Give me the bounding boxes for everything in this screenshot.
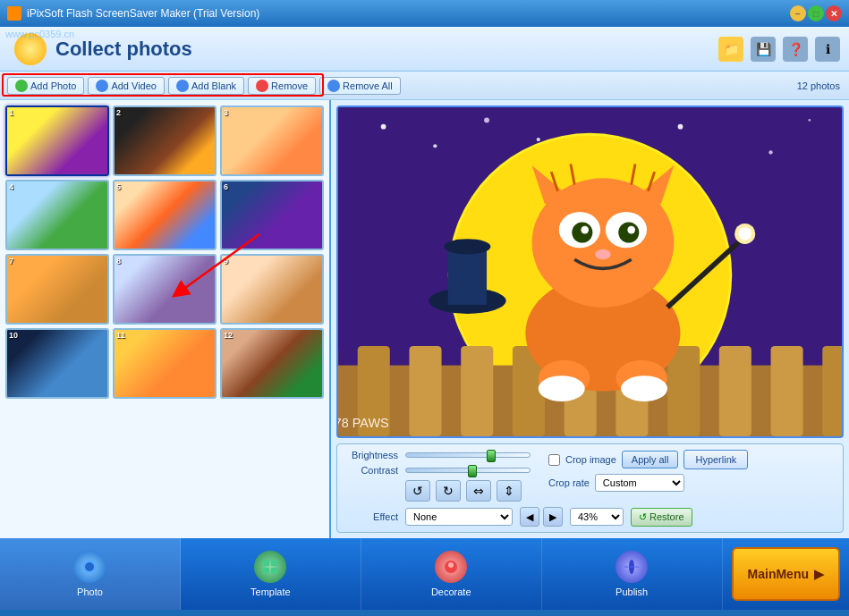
- remove-all-button[interactable]: Remove All: [319, 77, 401, 95]
- photo-thumb-10[interactable]: 10: [5, 328, 109, 399]
- nav-photo[interactable]: Photo: [0, 538, 181, 610]
- effect-next-button[interactable]: ▶: [543, 507, 563, 527]
- add-photo-button[interactable]: Add Photo: [7, 77, 84, 95]
- right-panel: GARFIELD © 1978 PAWS Brightness Contrast: [331, 100, 849, 538]
- add-blank-button[interactable]: Add Blank: [168, 77, 244, 95]
- zoom-select[interactable]: 25% 33% 43% 50% 75% 100%: [570, 508, 624, 526]
- add-photo-icon: [15, 80, 28, 92]
- svg-point-42: [595, 249, 610, 260]
- template-nav-icon: [254, 551, 286, 583]
- svg-rect-21: [409, 346, 441, 436]
- svg-point-7: [484, 118, 489, 123]
- main-content: 1 2 3 4 5 6: [0, 100, 849, 538]
- contrast-slider-track[interactable]: [405, 468, 531, 473]
- contrast-label: Contrast: [344, 465, 398, 476]
- preview-image: GARFIELD © 1978 PAWS: [338, 107, 842, 436]
- photo-thumb-5[interactable]: 5: [113, 180, 216, 250]
- remove-icon: [256, 80, 268, 92]
- garfield-preview-svg: GARFIELD © 1978 PAWS: [338, 107, 842, 436]
- photo-grid: 1 2 3 4 5 6: [5, 105, 324, 399]
- add-blank-icon: [176, 80, 189, 92]
- brightness-label: Brightness: [344, 450, 398, 460]
- close-button[interactable]: ✕: [826, 5, 842, 21]
- app-icon: [7, 6, 21, 21]
- nav-photo-label: Photo: [77, 586, 103, 597]
- svg-rect-60: [263, 560, 269, 566]
- rotate-right-button[interactable]: ↻: [436, 480, 461, 502]
- flip-horizontal-button[interactable]: ⇔: [466, 480, 491, 502]
- crop-rate-select[interactable]: Custom 4:3 16:9 1:1: [595, 474, 684, 492]
- photo-thumb-4[interactable]: 4: [5, 180, 109, 250]
- remove-button[interactable]: Remove: [248, 77, 316, 95]
- crop-rate-label: Crop rate: [548, 477, 590, 488]
- brightness-slider-track[interactable]: [405, 452, 531, 458]
- nav-template-label: Template: [250, 586, 291, 597]
- help-button[interactable]: ❓: [783, 37, 808, 62]
- effect-select[interactable]: None Blur Sharpen Grayscale: [405, 508, 513, 526]
- restore-button[interactable]: ↺ Restore: [631, 508, 692, 527]
- svg-rect-51: [448, 247, 487, 305]
- svg-rect-22: [461, 346, 493, 436]
- photo-thumb-11[interactable]: 11: [113, 328, 216, 399]
- svg-point-6: [433, 144, 437, 148]
- add-video-icon: [96, 80, 108, 92]
- thumb-image-11: [115, 330, 215, 397]
- rotate-left-button[interactable]: ↺: [405, 480, 430, 502]
- crop-rate-row: Crop rate Custom 4:3 16:9 1:1: [548, 474, 836, 492]
- title-bar: iPixSoft Flash ScreenSaver Maker (Trial …: [0, 0, 849, 27]
- svg-point-49: [738, 227, 751, 240]
- window-title: iPixSoft Flash ScreenSaver Maker (Trial …: [27, 7, 259, 20]
- svg-point-9: [678, 124, 683, 130]
- effect-prev-button[interactable]: ◀: [520, 507, 539, 527]
- nav-template[interactable]: Template: [181, 538, 361, 610]
- nav-decorate-label: Decorate: [431, 586, 471, 597]
- photo-thumb-7[interactable]: 7: [5, 254, 109, 325]
- svg-rect-27: [719, 346, 751, 436]
- svg-point-10: [768, 150, 772, 154]
- photo-thumb-12[interactable]: 12: [220, 328, 324, 399]
- photo-panel: 1 2 3 4 5 6: [0, 100, 331, 538]
- crop-image-checkbox[interactable]: [548, 454, 560, 466]
- flip-vertical-button[interactable]: ⇕: [497, 480, 522, 502]
- svg-point-14: [808, 119, 811, 122]
- save-button[interactable]: 💾: [751, 37, 776, 62]
- svg-point-40: [581, 226, 589, 234]
- svg-rect-29: [822, 346, 842, 436]
- hyperlink-button[interactable]: Hyperlink: [683, 450, 748, 469]
- svg-point-65: [448, 562, 454, 568]
- svg-text:GARFIELD © 1978 PAWS: GARFIELD © 1978 PAWS: [338, 416, 389, 430]
- brightness-thumb[interactable]: [487, 450, 496, 462]
- photo-nav-icon: [73, 551, 106, 583]
- bottom-nav: Photo Template Decorate Publish MainMenu…: [0, 538, 849, 610]
- photo-thumb-3[interactable]: 3: [220, 105, 324, 176]
- contrast-thumb[interactable]: [468, 465, 477, 477]
- thumb-image-9: [222, 256, 322, 323]
- nav-publish[interactable]: Publish: [542, 538, 723, 610]
- svg-point-55: [539, 376, 585, 401]
- photo-thumb-8[interactable]: 8: [113, 254, 216, 325]
- apply-all-button[interactable]: Apply all: [622, 451, 679, 468]
- svg-rect-28: [771, 346, 803, 436]
- svg-point-5: [381, 124, 386, 130]
- page-title: Collect photos: [55, 38, 192, 61]
- svg-point-59: [85, 562, 94, 571]
- photo-thumb-2[interactable]: 2: [113, 105, 216, 176]
- thumb-image-2: [115, 107, 215, 174]
- svg-rect-26: [667, 346, 700, 436]
- photo-thumb-9[interactable]: 9: [220, 254, 324, 325]
- open-folder-button[interactable]: 📁: [718, 37, 743, 62]
- svg-point-8: [537, 138, 540, 141]
- main-menu-button[interactable]: MainMenu ▶: [732, 547, 840, 601]
- effect-row: Effect None Blur Sharpen Grayscale ◀ ▶ 2…: [344, 507, 836, 527]
- svg-point-56: [621, 376, 667, 401]
- thumb-image-4: [7, 181, 107, 249]
- info-button[interactable]: ℹ: [815, 37, 840, 62]
- photo-thumb-6[interactable]: 6: [220, 180, 324, 250]
- minimize-button[interactable]: −: [790, 5, 806, 21]
- decorate-nav-icon: [435, 551, 467, 583]
- add-video-button[interactable]: Add Video: [88, 77, 165, 95]
- photo-thumb-1[interactable]: 1: [5, 105, 109, 176]
- maximize-button[interactable]: □: [808, 5, 824, 21]
- nav-decorate[interactable]: Decorate: [361, 538, 542, 610]
- thumb-image-6: [222, 181, 322, 249]
